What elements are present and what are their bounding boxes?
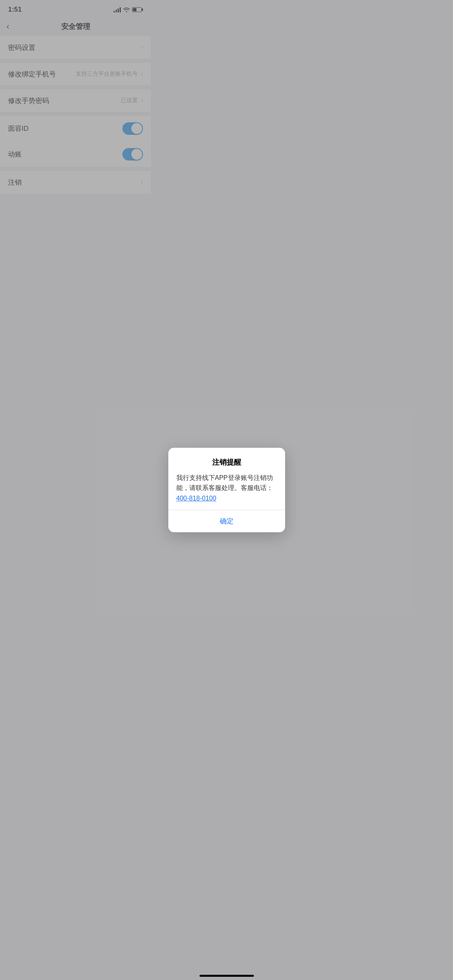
dialog-overlay: 注销提醒 我行支持线下APP登录账号注销功能，请联系客服处理。客服电话： 400…	[0, 0, 151, 327]
